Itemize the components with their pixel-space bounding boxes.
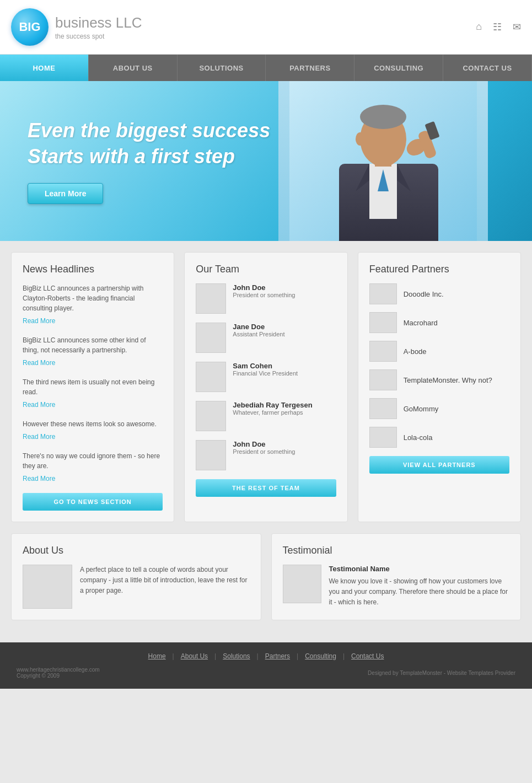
team-info-4: Jebediah Ray Tergesen Whatever, farmer p… [233,401,312,416]
team-photo-5 [196,440,226,470]
view-all-partners-button[interactable]: VIEW ALL PARTNERS [369,456,509,474]
footer-nav-home[interactable]: Home [148,652,166,660]
team-info-3: Sam Cohen Financial Vice President [233,362,298,377]
team-member-1: John Doe President or something [196,283,336,314]
nav-about[interactable]: ABOUT US [89,55,178,81]
partner-name-1: Dooodle Inc. [404,290,444,298]
footer-sep-1: | [173,652,174,660]
nav-contact[interactable]: CONTACT US [443,55,532,81]
news-title: News Headlines [23,264,163,275]
nav-solutions[interactable]: SOLUTIONS [178,55,266,81]
nav-home[interactable]: HOME [0,55,89,81]
partners-section: Featured Partners Dooodle Inc. Macrohard… [358,252,521,522]
hero-headline: Even the biggest success Starts with a f… [28,118,270,170]
news-text-3: The third news item is usually not even … [23,377,163,397]
main-content: News Headlines BigBiz LLC announces a pa… [0,241,532,642]
partner-name-4: TemplateMonster. Why not? [404,376,492,384]
partner-name-2: Macrohard [404,319,438,327]
news-link-5[interactable]: Read More [23,475,55,482]
about-content: A perfect place to tell a couple of word… [23,565,250,609]
partner-item-5: GoMommy [369,398,509,419]
team-role-4: Whatever, farmer perhaps [233,409,312,416]
partner-logo-4 [369,369,397,390]
go-to-news-button[interactable]: GO TO NEWS SECTION [23,493,163,511]
partner-logo-1 [369,283,397,304]
team-photo-3 [196,362,226,392]
team-photo-4 [196,401,226,431]
news-item-1: BigBiz LLC announces a partnership with … [23,283,163,325]
partner-name-6: Lola-cola [404,433,433,442]
partners-title: Featured Partners [369,264,509,275]
hero-learn-more-button[interactable]: Learn More [28,183,103,204]
logo-text: BIG [19,20,40,34]
team-name-4: Jebediah Ray Tergesen [233,401,312,409]
footer-sep-4: | [297,652,298,660]
person-illustration [289,81,477,241]
header: BIG business LLC the success spot ⌂ ☷ ✉ [0,0,532,55]
news-section: News Headlines BigBiz LLC announces a pa… [11,252,174,522]
news-item-4: However these news items look so awesome… [23,419,163,441]
footer-nav-solutions[interactable]: Solutions [223,652,250,660]
team-member-2: Jane Doe Assistant President [196,323,336,353]
team-info-5: John Doe President or something [233,440,295,455]
testimonial-body: We know you love it - showing off how yo… [329,576,510,608]
rest-of-team-button[interactable]: THE REST OF TEAM [196,479,336,497]
team-member-5: John Doe President or something [196,440,336,470]
footer-nav-contact[interactable]: Contact Us [351,652,384,660]
footer-navigation: Home | About Us | Solutions | Partners |… [17,652,515,660]
hero-image [278,81,488,241]
nav-consulting[interactable]: CONSULTING [354,55,443,81]
team-member-4: Jebediah Ray Tergesen Whatever, farmer p… [196,401,336,431]
svg-point-9 [356,132,364,146]
news-item-2: BigBiz LLC announces some other kind of … [23,335,163,367]
news-link-2[interactable]: Read More [23,359,55,367]
team-role-1: President or something [233,292,295,298]
about-image [23,565,72,609]
news-text-4: However these news items look so awesome… [23,419,163,429]
team-role-3: Financial Vice President [233,370,298,377]
partner-logo-2 [369,312,397,333]
about-text: A perfect place to tell a couple of word… [80,565,250,597]
footer-nav-consulting[interactable]: Consulting [305,652,336,660]
news-item-3: The third news item is usually not even … [23,377,163,409]
logo-text-area: business LLC the success spot [55,14,142,40]
credit-text: Designed by TemplateMonster - Website Te… [368,670,515,676]
news-text-5: There's no way we could ignore them - so… [23,451,163,471]
mail-icon[interactable]: ✉ [513,21,521,33]
news-text-2: BigBiz LLC announces some other kind of … [23,335,163,355]
nav-partners[interactable]: PARTNERS [266,55,354,81]
footer-nav-about[interactable]: About Us [181,652,208,660]
home-icon[interactable]: ⌂ [476,21,482,33]
three-column-section: News Headlines BigBiz LLC announces a pa… [11,252,521,522]
partner-logo-6 [369,427,397,448]
partner-item-1: Dooodle Inc. [369,283,509,304]
hero-banner: Even the biggest success Starts with a f… [0,81,532,241]
team-photo-2 [196,323,226,353]
team-title: Our Team [196,264,336,275]
header-icons: ⌂ ☷ ✉ [476,21,521,33]
footer-nav-partners[interactable]: Partners [265,652,290,660]
team-role-2: Assistant President [233,331,284,337]
footer: Home | About Us | Solutions | Partners |… [0,642,532,689]
news-link-4[interactable]: Read More [23,433,55,441]
news-link-1[interactable]: Read More [23,317,55,325]
news-link-3[interactable]: Read More [23,401,55,409]
testimonial-title: Testimonial [283,545,510,556]
footer-sep-2: | [214,652,216,660]
tagline: the success spot [55,33,142,40]
team-info-1: John Doe President or something [233,283,295,298]
footer-bottom: www.heritagechristiancollege.comCopyrigh… [17,667,515,679]
navigation: HOME ABOUT US SOLUTIONS PARTNERS CONSULT… [0,55,532,81]
news-text-1: BigBiz LLC announces a partnership with … [23,283,163,313]
footer-sep-3: | [257,652,259,660]
testimonial-section: Testimonial Testimonial Name We know you… [271,533,522,620]
about-section: About Us A perfect place to tell a coupl… [11,533,261,620]
testimonial-content: Testimonial Name We know you love it - s… [283,565,510,608]
copyright-text: www.heritagechristiancollege.comCopyrigh… [17,667,100,679]
svg-point-8 [360,105,406,129]
grid-icon[interactable]: ☷ [493,21,502,33]
news-item-5: There's no way we could ignore them - so… [23,451,163,483]
footer-sep-5: | [343,652,345,660]
testimonial-image [283,565,321,603]
partner-item-6: Lola-cola [369,427,509,448]
